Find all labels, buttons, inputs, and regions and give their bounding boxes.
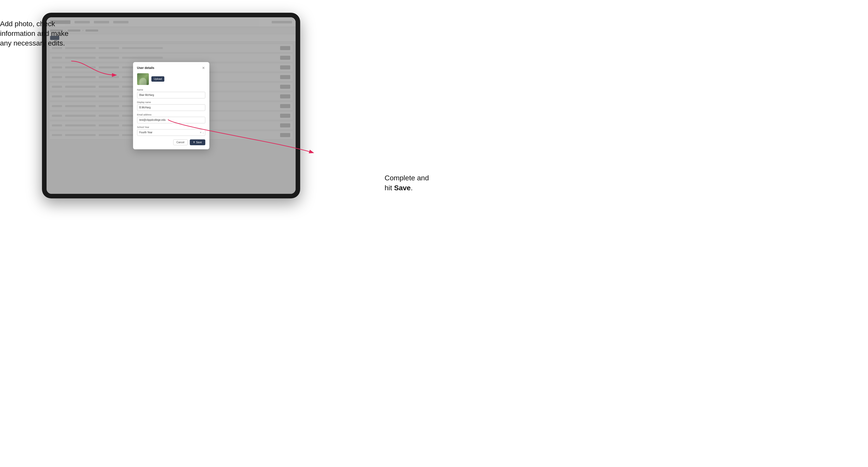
school-year-label: School Year [137, 126, 205, 128]
modal-footer: Cancel ⬆ Save [137, 139, 205, 145]
left-annotation: Add photo, check information and make an… [0, 19, 71, 48]
select-clear-icon[interactable]: ✕ [200, 131, 202, 133]
modal-header: User details ✕ [137, 66, 205, 70]
cancel-button[interactable]: Cancel [173, 139, 188, 145]
modal-overlay: User details ✕ Upload Name Dis [46, 17, 296, 194]
save-icon: ⬆ [193, 141, 195, 144]
tablet-screen: › › [46, 17, 296, 194]
save-label: Save [196, 141, 202, 144]
select-icons: ✕ ⌄ [200, 131, 204, 133]
name-input[interactable] [137, 92, 205, 98]
upload-photo-button[interactable]: Upload [151, 76, 164, 82]
modal-title: User details [137, 66, 154, 70]
user-avatar [137, 73, 149, 85]
user-details-modal: User details ✕ Upload Name Dis [133, 62, 209, 149]
display-name-input[interactable] [137, 104, 205, 111]
email-input[interactable] [137, 117, 205, 123]
display-name-label: Display name [137, 101, 205, 103]
chevron-down-icon[interactable]: ⌄ [202, 131, 204, 133]
avatar-image [137, 73, 149, 85]
display-name-field-group: Display name [137, 101, 205, 111]
email-field-group: Email address [137, 114, 205, 123]
name-field-group: Name [137, 89, 205, 98]
school-year-select[interactable]: First Year Second Year Third Year Fourth… [137, 129, 205, 136]
name-label: Name [137, 89, 205, 91]
photo-section: Upload [137, 73, 205, 85]
email-label: Email address [137, 114, 205, 116]
tablet-frame: › › [42, 13, 300, 198]
save-button[interactable]: ⬆ Save [190, 139, 205, 145]
school-year-field-group: School Year First Year Second Year Third… [137, 126, 205, 136]
school-year-select-wrapper: First Year Second Year Third Year Fourth… [137, 129, 205, 136]
right-annotation: Complete and hit Save. [385, 173, 429, 193]
close-icon[interactable]: ✕ [202, 66, 205, 70]
